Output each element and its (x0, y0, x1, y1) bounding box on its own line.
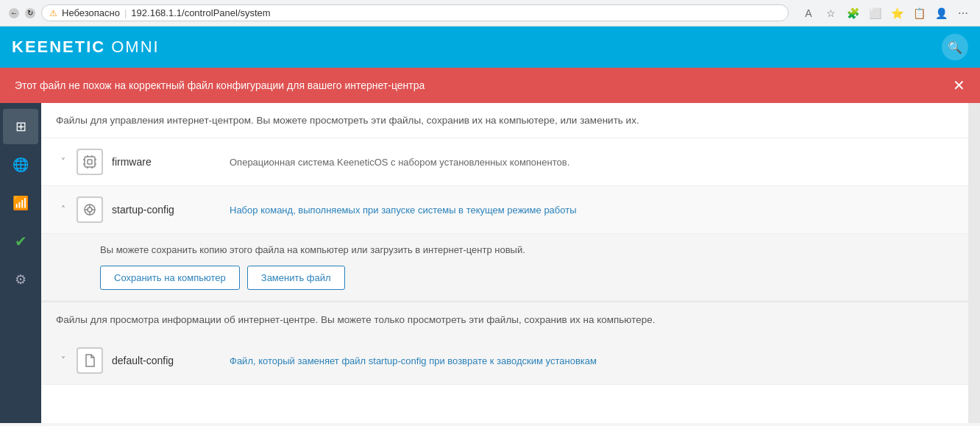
app-body: ⊞ 🌐 📶 ✔ ⚙ Файлы для управления интернет-… (0, 103, 980, 423)
user-icon[interactable]: 👤 (933, 5, 949, 21)
startup-config-icon (77, 196, 103, 223)
svg-rect-0 (85, 157, 95, 167)
firmware-icon (77, 149, 103, 175)
error-banner: Этот файл не похож на корректный файл ко… (0, 68, 980, 103)
collections-icon[interactable]: 📋 (911, 5, 927, 21)
search-icon: 🔍 (948, 40, 962, 54)
browser-chrome: ← ↻ ⚠ Небезопасно | 192.168.1.1/controlP… (0, 0, 980, 26)
header-search-button[interactable]: 🔍 (942, 34, 968, 60)
url-text: 192.168.1.1/controlPanel/system (131, 7, 781, 18)
default-config-description: Файл, который заменяет файл startup-conf… (230, 355, 597, 366)
tab-icon[interactable]: ⬜ (867, 5, 883, 21)
dashboard-icon: ⊞ (15, 118, 26, 135)
startup-config-chevron: ˄ (56, 202, 71, 217)
wifi-icon: 📶 (13, 195, 29, 211)
logo-keenetic: KEENETIC (12, 38, 105, 57)
logo-omni: OMNI (111, 38, 159, 57)
default-config-chevron: ˅ (56, 353, 71, 368)
startup-config-name: startup-config (112, 204, 230, 216)
settings-icon: ⚙ (15, 271, 26, 288)
address-bar[interactable]: ⚠ Небезопасно | 192.168.1.1/controlPanel… (41, 4, 789, 21)
sidebar-item-dashboard[interactable]: ⊞ (3, 109, 38, 144)
error-message: Этот файл не похож на корректный файл ко… (15, 79, 425, 91)
firmware-row[interactable]: ˅ firmware Операционная система Keenetic… (41, 138, 968, 186)
expanded-note: Вы можете сохранить копию этого файла на… (100, 244, 954, 255)
more-icon[interactable]: ⋯ (955, 5, 971, 21)
replace-file-button[interactable]: Заменить файл (247, 266, 345, 290)
save-to-computer-button[interactable]: Сохранить на компьютер (100, 266, 240, 290)
sidebar-item-security[interactable]: ✔ (3, 224, 38, 259)
scrollbar-area (968, 103, 980, 423)
error-close-button[interactable]: ✕ (953, 78, 965, 93)
startup-config-expanded: Вы можете сохранить копию этого файла на… (41, 234, 968, 301)
sidebar-item-internet[interactable]: 🌐 (3, 147, 38, 182)
internet-icon: 🌐 (13, 157, 29, 173)
sidebar-item-settings[interactable]: ⚙ (3, 262, 38, 297)
sidebar-item-wifi[interactable]: 📶 (3, 185, 38, 221)
app-header: KEENETIC OMNI 🔍 (0, 26, 980, 68)
firmware-chevron: ˅ (56, 155, 71, 169)
firmware-description: Операционная система KeeneticOS с наборо… (230, 157, 569, 168)
action-buttons: Сохранить на компьютер Заменить файл (100, 266, 954, 290)
font-icon[interactable]: A (800, 5, 817, 21)
favorites-icon[interactable]: ⭐ (889, 5, 905, 21)
back-button[interactable]: ← (9, 8, 19, 18)
startup-config-row[interactable]: ˄ startup-config Набор команд, выполняем… (41, 186, 968, 234)
security-label: Небезопасно (62, 7, 120, 18)
default-config-row[interactable]: ˅ default-config Файл, который заменяет … (41, 337, 968, 385)
sidebar: ⊞ 🌐 📶 ✔ ⚙ (0, 103, 41, 423)
default-config-name: default-config (112, 355, 230, 366)
security-icon: ✔ (15, 232, 27, 250)
main-content: Файлы для управления интернет-центром. В… (41, 103, 968, 423)
refresh-button[interactable]: ↻ (25, 8, 35, 18)
section2-description: Файлы для просмотра информации об интерн… (41, 301, 968, 337)
svg-rect-1 (88, 160, 92, 164)
firmware-name: firmware (112, 156, 230, 168)
bookmark-star-icon[interactable]: ☆ (823, 5, 839, 21)
browser-icons: A ☆ 🧩 ⬜ ⭐ 📋 👤 ⋯ (800, 5, 971, 21)
default-config-icon (77, 347, 103, 374)
startup-config-description: Набор команд, выполняемых при запуске си… (230, 205, 577, 216)
svg-point-11 (88, 207, 92, 212)
security-warning-icon: ⚠ (49, 8, 57, 18)
extensions-icon[interactable]: 🧩 (845, 5, 861, 21)
section1-description: Файлы для управления интернет-центром. В… (41, 103, 968, 138)
